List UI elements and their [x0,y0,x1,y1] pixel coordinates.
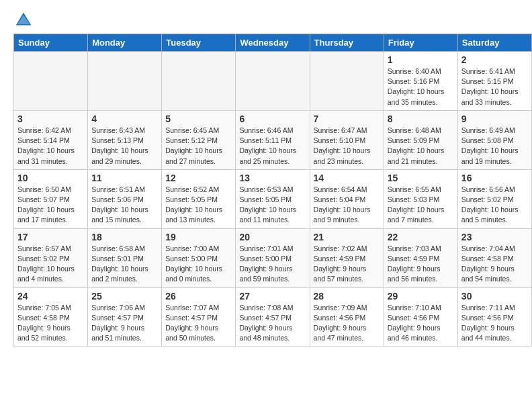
calendar-day: 24Sunrise: 7:05 AM Sunset: 4:58 PM Dayli… [14,287,88,347]
calendar-table: SundayMondayTuesdayWednesdayThursdayFrid… [13,34,532,347]
day-info: Sunrise: 7:09 AM Sunset: 4:56 PM Dayligh… [314,303,380,344]
calendar-day [88,52,162,111]
day-info: Sunrise: 6:57 AM Sunset: 5:02 PM Dayligh… [17,244,84,285]
day-number: 13 [239,173,306,183]
day-number: 28 [314,291,380,302]
day-info: Sunrise: 6:42 AM Sunset: 5:14 PM Dayligh… [17,126,84,167]
calendar-day: 26Sunrise: 7:07 AM Sunset: 4:57 PM Dayli… [162,287,236,347]
day-header-friday: Friday [384,34,457,52]
day-header-wednesday: Wednesday [236,34,310,52]
day-number: 15 [388,173,454,183]
calendar-week-5: 24Sunrise: 7:05 AM Sunset: 4:58 PM Dayli… [14,287,532,347]
day-info: Sunrise: 6:55 AM Sunset: 5:03 PM Dayligh… [388,185,454,226]
calendar-day [14,52,88,111]
day-info: Sunrise: 7:11 AM Sunset: 4:56 PM Dayligh… [461,303,528,344]
calendar-day: 12Sunrise: 6:52 AM Sunset: 5:05 PM Dayli… [162,169,236,228]
day-number: 8 [388,113,454,124]
day-header-monday: Monday [88,34,162,52]
day-number: 6 [239,113,306,124]
day-info: Sunrise: 6:49 AM Sunset: 5:08 PM Dayligh… [461,126,528,167]
day-info: Sunrise: 6:48 AM Sunset: 5:09 PM Dayligh… [388,126,454,167]
calendar-day: 19Sunrise: 7:00 AM Sunset: 5:00 PM Dayli… [162,228,236,287]
calendar-day: 22Sunrise: 7:03 AM Sunset: 4:59 PM Dayli… [384,228,457,287]
day-number: 22 [388,232,454,242]
day-info: Sunrise: 6:52 AM Sunset: 5:05 PM Dayligh… [165,185,232,226]
day-info: Sunrise: 7:05 AM Sunset: 4:58 PM Dayligh… [17,303,84,344]
calendar-day: 8Sunrise: 6:48 AM Sunset: 5:09 PM Daylig… [384,110,457,169]
calendar-wrapper: SundayMondayTuesdayWednesdayThursdayFrid… [0,34,532,353]
calendar-week-2: 3Sunrise: 6:42 AM Sunset: 5:14 PM Daylig… [14,110,532,169]
day-info: Sunrise: 7:00 AM Sunset: 5:00 PM Dayligh… [165,244,232,285]
day-info: Sunrise: 7:06 AM Sunset: 4:57 PM Dayligh… [91,303,158,344]
day-number: 10 [17,173,84,183]
day-number: 17 [17,232,84,242]
day-header-saturday: Saturday [457,34,531,52]
day-number: 7 [314,113,380,124]
calendar-day [310,52,384,111]
day-info: Sunrise: 6:43 AM Sunset: 5:13 PM Dayligh… [91,126,158,167]
day-info: Sunrise: 6:54 AM Sunset: 5:04 PM Dayligh… [314,185,380,226]
day-info: Sunrise: 6:47 AM Sunset: 5:10 PM Dayligh… [314,126,380,167]
day-info: Sunrise: 7:07 AM Sunset: 4:57 PM Dayligh… [165,303,232,344]
day-number: 4 [91,113,158,124]
day-number: 20 [239,232,306,242]
calendar-day: 13Sunrise: 6:53 AM Sunset: 5:05 PM Dayli… [236,169,310,228]
day-number: 1 [388,54,454,65]
calendar-week-1: 1Sunrise: 6:40 AM Sunset: 5:16 PM Daylig… [14,52,532,111]
calendar-day: 28Sunrise: 7:09 AM Sunset: 4:56 PM Dayli… [310,287,384,347]
calendar-day: 5Sunrise: 6:45 AM Sunset: 5:12 PM Daylig… [162,110,236,169]
day-info: Sunrise: 6:58 AM Sunset: 5:01 PM Dayligh… [91,244,158,285]
day-header-sunday: Sunday [14,34,88,52]
calendar-day: 29Sunrise: 7:10 AM Sunset: 4:56 PM Dayli… [384,287,457,347]
day-info: Sunrise: 7:08 AM Sunset: 4:57 PM Dayligh… [239,303,306,344]
day-number: 29 [388,291,454,302]
day-info: Sunrise: 6:50 AM Sunset: 5:07 PM Dayligh… [17,185,84,226]
day-number: 5 [165,113,232,124]
calendar-day: 3Sunrise: 6:42 AM Sunset: 5:14 PM Daylig… [14,110,88,169]
day-number: 9 [461,113,528,124]
calendar-day: 2Sunrise: 6:41 AM Sunset: 5:15 PM Daylig… [457,52,531,111]
day-info: Sunrise: 7:01 AM Sunset: 5:00 PM Dayligh… [239,244,306,285]
calendar-day: 1Sunrise: 6:40 AM Sunset: 5:16 PM Daylig… [384,52,457,111]
calendar-day: 23Sunrise: 7:04 AM Sunset: 4:58 PM Dayli… [457,228,531,287]
logo-icon [13,10,34,30]
calendar-day: 10Sunrise: 6:50 AM Sunset: 5:07 PM Dayli… [14,169,88,228]
calendar-day: 7Sunrise: 6:47 AM Sunset: 5:10 PM Daylig… [310,110,384,169]
day-header-tuesday: Tuesday [162,34,236,52]
day-number: 21 [314,232,380,242]
day-info: Sunrise: 6:40 AM Sunset: 5:16 PM Dayligh… [388,66,454,107]
day-number: 2 [461,54,528,65]
calendar-day: 14Sunrise: 6:54 AM Sunset: 5:04 PM Dayli… [310,169,384,228]
day-info: Sunrise: 6:51 AM Sunset: 5:06 PM Dayligh… [91,185,158,226]
day-number: 18 [91,232,158,242]
calendar-header-row: SundayMondayTuesdayWednesdayThursdayFrid… [14,34,532,52]
logo [13,10,36,30]
calendar-day: 21Sunrise: 7:02 AM Sunset: 4:59 PM Dayli… [310,228,384,287]
calendar-day: 18Sunrise: 6:58 AM Sunset: 5:01 PM Dayli… [88,228,162,287]
calendar-day: 4Sunrise: 6:43 AM Sunset: 5:13 PM Daylig… [88,110,162,169]
day-number: 27 [239,291,306,302]
calendar-day [162,52,236,111]
calendar-day: 15Sunrise: 6:55 AM Sunset: 5:03 PM Dayli… [384,169,457,228]
calendar-day: 25Sunrise: 7:06 AM Sunset: 4:57 PM Dayli… [88,287,162,347]
day-number: 11 [91,173,158,183]
calendar-day: 20Sunrise: 7:01 AM Sunset: 5:00 PM Dayli… [236,228,310,287]
day-info: Sunrise: 6:53 AM Sunset: 5:05 PM Dayligh… [239,185,306,226]
day-info: Sunrise: 6:45 AM Sunset: 5:12 PM Dayligh… [165,126,232,167]
day-number: 16 [461,173,528,183]
calendar-day: 11Sunrise: 6:51 AM Sunset: 5:06 PM Dayli… [88,169,162,228]
calendar-day: 16Sunrise: 6:56 AM Sunset: 5:02 PM Dayli… [457,169,531,228]
day-info: Sunrise: 7:10 AM Sunset: 4:56 PM Dayligh… [388,303,454,344]
calendar-day: 27Sunrise: 7:08 AM Sunset: 4:57 PM Dayli… [236,287,310,347]
day-number: 25 [91,291,158,302]
calendar-week-3: 10Sunrise: 6:50 AM Sunset: 5:07 PM Dayli… [14,169,532,228]
calendar-day: 6Sunrise: 6:46 AM Sunset: 5:11 PM Daylig… [236,110,310,169]
day-number: 12 [165,173,232,183]
day-info: Sunrise: 6:46 AM Sunset: 5:11 PM Dayligh… [239,126,306,167]
day-number: 23 [461,232,528,242]
day-number: 26 [165,291,232,302]
calendar-day: 30Sunrise: 7:11 AM Sunset: 4:56 PM Dayli… [457,287,531,347]
day-header-thursday: Thursday [310,34,384,52]
calendar-day: 9Sunrise: 6:49 AM Sunset: 5:08 PM Daylig… [457,110,531,169]
day-number: 19 [165,232,232,242]
